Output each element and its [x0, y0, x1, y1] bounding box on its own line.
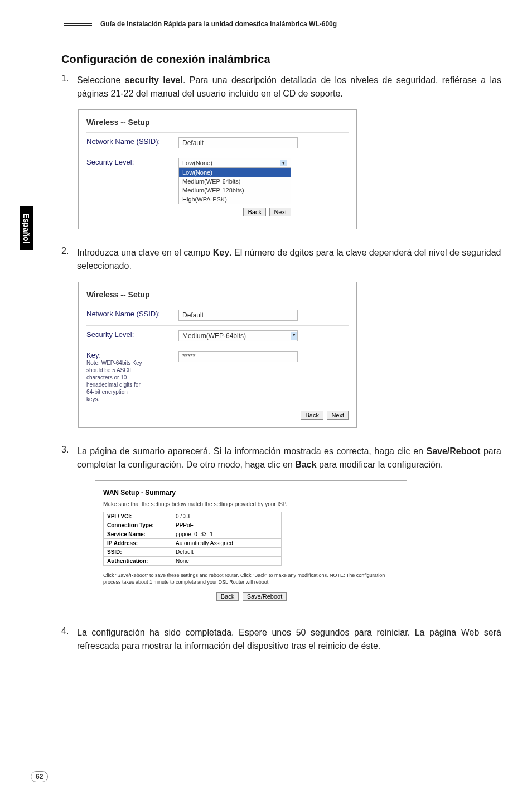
next-button-2[interactable]: Next	[327, 411, 349, 420]
dropdown-option-wpa[interactable]: High(WPA-PSK)	[179, 195, 291, 204]
next-button[interactable]: Next	[269, 208, 291, 216]
back-button[interactable]: Back	[243, 208, 265, 216]
table-row: Connection Type:PPPoE	[104, 521, 282, 530]
chevron-down-icon: ▾	[291, 332, 297, 340]
summary-label: SSID:	[104, 548, 172, 557]
page-header: Guía de Instalación Rápida para la unida…	[61, 17, 501, 33]
ssid-label: Network Name (SSID):	[86, 137, 178, 146]
summary-value: PPPoE	[172, 521, 282, 530]
summary-label: Service Name:	[104, 530, 172, 539]
dropdown-option-wep64[interactable]: Medium(WEP-64bits)	[179, 177, 291, 186]
step-number: 1.	[61, 74, 77, 100]
step-4: 4. La configuración ha sido completada. …	[61, 626, 501, 653]
page-number: 62	[31, 771, 48, 782]
dropdown-option-low[interactable]: Low(None)	[179, 168, 291, 177]
table-row: Service Name:pppoe_0_33_1	[104, 530, 282, 539]
dropdown-selected-value: Low(None)	[182, 160, 212, 166]
ssid-input-2[interactable]: Default	[178, 310, 298, 321]
chevron-down-icon: ▾	[280, 160, 287, 166]
step-number: 4.	[61, 626, 77, 653]
step-1: 1. Seleccione security level. Para una d…	[61, 74, 501, 100]
security-level-label-2: Security Level:	[86, 330, 178, 339]
step-number: 2.	[61, 246, 77, 273]
step-number: 3.	[61, 445, 77, 471]
wireless-setup-screenshot-1: Wireless -- Setup Network Name (SSID): D…	[78, 109, 357, 229]
wan-setup-summary-screenshot: WAN Setup - Summary Make sure that the s…	[95, 480, 407, 609]
back-button-3[interactable]: Back	[216, 592, 239, 601]
table-row: Authentication:None	[104, 557, 282, 566]
summary-value: Automatically Assigned	[172, 539, 282, 548]
key-note: Note: WEP-64bits Key should be 5 ASCII c…	[86, 359, 142, 403]
key-input[interactable]: *****	[178, 351, 298, 362]
table-row: SSID:Default	[104, 548, 282, 557]
summary-value: Default	[172, 548, 282, 557]
step-2-text: Introduzca una clave en el campo Key. El…	[77, 246, 501, 273]
security-level-dropdown[interactable]: Low(None) ▾ Low(None) Medium(WEP-64bits)…	[178, 158, 291, 204]
table-row: VPI / VCI:0 / 33	[104, 512, 282, 521]
svg-rect-2	[64, 24, 92, 25]
summary-value: 0 / 33	[172, 512, 282, 521]
dropdown-option-wep128[interactable]: Medium(WEP-128bits)	[179, 186, 291, 195]
summary-desc: Make sure that the settings below match …	[103, 501, 399, 507]
summary-label: Authentication:	[104, 557, 172, 566]
summary-label: Connection Type:	[104, 521, 172, 530]
save-reboot-button[interactable]: Save/Reboot	[243, 592, 287, 601]
back-button-2[interactable]: Back	[301, 411, 323, 420]
screenshot1-title: Wireless -- Setup	[86, 118, 349, 127]
step-2: 2. Introduzca una clave en el campo Key.…	[61, 246, 501, 273]
ssid-input[interactable]: Default	[178, 137, 298, 148]
section-title: Configuración de conexión inalámbrica	[61, 53, 501, 66]
summary-value: None	[172, 557, 282, 566]
step-4-text: La configuración ha sido completada. Esp…	[77, 626, 501, 653]
header-title: Guía de Instalación Rápida para la unida…	[100, 20, 337, 28]
table-row: IP Address:Automatically Assigned	[104, 539, 282, 548]
wireless-setup-screenshot-2: Wireless -- Setup Network Name (SSID): D…	[78, 282, 357, 428]
summary-label: IP Address:	[104, 539, 172, 548]
summary-note: Click "Save/Reboot" to save these settin…	[103, 572, 399, 585]
step-1-text: Seleccione security level. Para una desc…	[77, 74, 501, 100]
summary-table: VPI / VCI:0 / 33 Connection Type:PPPoE S…	[103, 512, 282, 566]
key-label: Key:	[86, 351, 178, 359]
screenshot2-title: Wireless -- Setup	[86, 290, 349, 299]
step-3: 3. La página de sumario aparecerá. Si la…	[61, 445, 501, 471]
security-level-label: Security Level:	[86, 158, 178, 166]
security-level-select-2[interactable]: Medium(WEP-64bits) ▾	[178, 330, 298, 341]
summary-value: pppoe_0_33_1	[172, 530, 282, 539]
summary-title: WAN Setup - Summary	[103, 489, 399, 497]
step-3-text: La página de sumario aparecerá. Si la in…	[77, 445, 501, 471]
router-icon	[61, 17, 95, 31]
summary-label: VPI / VCI:	[104, 512, 172, 521]
ssid-label-2: Network Name (SSID):	[86, 310, 178, 318]
